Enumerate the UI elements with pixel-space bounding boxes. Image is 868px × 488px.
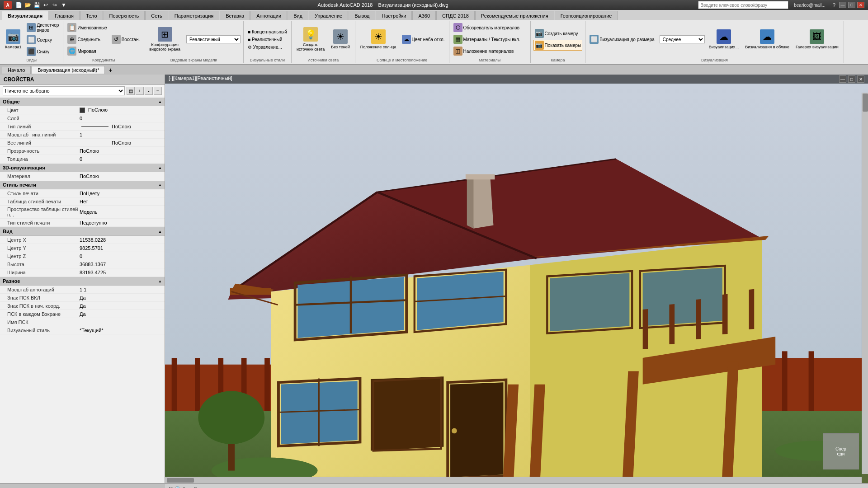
mat-texture-label: Материалы / Текстуры вкл. [463, 37, 520, 42]
tab-output[interactable]: Вывод [349, 11, 375, 20]
vp-maximize-btn[interactable]: □ [848, 75, 855, 83]
cmd-icon-1[interactable]: ✕ [169, 486, 173, 488]
bottom-label: Снизу [37, 49, 49, 54]
style-manage-btn[interactable]: ⚙ Управление... [246, 44, 288, 51]
avg-dropdown[interactable]: Среднее [660, 35, 705, 43]
save-btn[interactable]: 💾 [33, 1, 41, 9]
tab-add-btn[interactable]: + [106, 66, 115, 75]
section-3dviz[interactable]: 3D-визуализация ▲ [0, 164, 165, 172]
create-light-btn[interactable]: 💡 Создатьисточник света [294, 26, 327, 53]
render-cloud-btn2[interactable]: ☁ Визуализация в облаке [743, 28, 792, 51]
join-label: Соединить [77, 37, 100, 42]
gallery-btn[interactable]: 🖼 Галерея визуализации [793, 28, 841, 51]
config-view-btn[interactable]: ⊞ Конфигурациявидового экрана [147, 26, 183, 53]
restore-label: Восстан. [122, 37, 140, 42]
vp-close-btn[interactable]: ✕ [857, 75, 864, 83]
render-left: ⬜ Визуализация до размера [588, 34, 656, 45]
tab-start[interactable]: Начало [2, 66, 31, 74]
close-btn[interactable]: ✕ [857, 2, 864, 8]
prop-icon-3[interactable]: - [145, 87, 153, 95]
tab-manage[interactable]: Управление [309, 11, 348, 20]
tab-recommended[interactable]: Рекомендуемые приложения [475, 11, 554, 20]
new-btn[interactable]: 📄 [14, 1, 23, 9]
prop-uscicon-label: Знак ПСК ВКЛ [7, 295, 80, 300]
viewcube-label: Спереди [835, 446, 846, 456]
render-size-btn[interactable]: ⬜ Визуализация до размера [588, 34, 656, 45]
create-camera-btn[interactable]: 📷 Создать камеру [533, 28, 583, 39]
sun-position-btn[interactable]: ☀ Положение солнца [358, 28, 399, 51]
section-print[interactable]: Стиль печати ▲ [0, 181, 165, 189]
tab-visualization-doc[interactable]: Визуализация (исходный)* [32, 66, 105, 74]
no-shadow-btn[interactable]: ☀ Без теней [329, 28, 352, 51]
section-print-arrow: ▲ [158, 183, 162, 187]
prop-centery-value: 9825.5701 [80, 245, 162, 251]
ribbon-group-materials: ⬡ Обозреватель материалов ▦ Материалы / … [449, 21, 531, 63]
mat-col: ⬡ Обозреватель материалов ▦ Материалы / … [452, 22, 522, 56]
help-btn[interactable]: ? [833, 2, 835, 8]
mat-overlay-btn[interactable]: ◫ Наложение материалов [452, 46, 522, 56]
section-view[interactable]: Вид ▲ [0, 227, 165, 236]
restore-btn[interactable]: ↺ Восстан. [110, 34, 142, 45]
tab-geo[interactable]: Геопозиционирование [555, 11, 618, 20]
scrollbar-thumb-v[interactable] [863, 94, 868, 112]
viewcube[interactable]: Спереди [823, 433, 859, 469]
tab-home[interactable]: Главная [49, 11, 80, 20]
scrollbar-thumb-h[interactable] [167, 478, 194, 483]
join-btn[interactable]: ⊕ Соединить [66, 34, 108, 45]
tab-visualization[interactable]: Визуализация [2, 11, 48, 20]
named-btn[interactable]: 📋 Именованные [66, 22, 108, 33]
cmd-icon-3[interactable]: ▶ [184, 486, 188, 488]
tab-insert[interactable]: Вставка [220, 11, 250, 20]
viewport[interactable]: [-][Камера1][Реалистичный] — □ ✕ [165, 75, 868, 483]
mat-texture-btn[interactable]: ▦ Материалы / Текстуры вкл. [452, 34, 522, 45]
show-camera-btn[interactable]: 📷 Показать камеры [533, 40, 583, 51]
style-option-2[interactable]: ■ Реалистичный [246, 36, 288, 43]
undo-btn[interactable]: ↩ [42, 1, 50, 9]
minimize-btn[interactable]: — [839, 2, 846, 8]
section-general[interactable]: Общие ▲ [0, 98, 165, 106]
viewport-scrollbar-vertical[interactable] [862, 93, 868, 474]
tab-view[interactable]: Вид [288, 11, 308, 20]
tab-spds[interactable]: СПДС 2018 [436, 11, 475, 20]
vp-minimize-btn[interactable]: — [839, 75, 846, 83]
materials-top: ⬡ Обозреватель материалов ▦ Материалы / … [452, 22, 528, 57]
maximize-btn[interactable]: □ [848, 2, 855, 8]
top-view-btn[interactable]: ⬜ Сверху [25, 34, 60, 45]
prop-color: Цвет ПоСлою [0, 106, 165, 114]
customize-btn[interactable]: ▼ [60, 1, 68, 9]
section-misc[interactable]: Разное ▲ [0, 277, 165, 286]
world-btn[interactable]: 🌐 Мировая [66, 46, 108, 56]
cmd-icon-2[interactable]: 🔍 [175, 486, 182, 488]
render-cloud-btn[interactable]: ☁ Визуализация... [707, 28, 741, 51]
tab-solid[interactable]: Тело [80, 11, 103, 20]
viewport-scrollbar-horizontal[interactable] [165, 477, 862, 483]
tab-surface[interactable]: Поверхность [104, 11, 145, 20]
realistic-dropdown[interactable]: Реалистичный [186, 35, 241, 43]
coords-col2: ↺ Восстан. [110, 34, 142, 45]
object-selector[interactable]: Ничего не выбрано [3, 86, 125, 95]
prop-lineweight-label: Вес линий [7, 140, 80, 145]
command-input[interactable] [191, 486, 864, 488]
tab-settings[interactable]: Настройки [376, 11, 412, 20]
create-light-icon: 💡 [303, 27, 318, 42]
prop-icon-1[interactable]: ▤ [127, 87, 135, 95]
prop-height-label: Высота [7, 262, 80, 267]
command-line-area: ✕ 🔍 ▶ [165, 483, 868, 488]
tab-annotate[interactable]: Аннотации [250, 11, 287, 20]
tab-parametric[interactable]: Параметризация [169, 11, 219, 20]
style-option-1[interactable]: ■ Концептуальный [246, 28, 288, 35]
mat-browser-btn[interactable]: ⬡ Обозреватель материалов [452, 22, 522, 33]
dispatcher-btn[interactable]: ⊞ Диспетчервидов [25, 22, 60, 33]
svg-marker-34 [467, 175, 474, 228]
view-camera-btn[interactable]: 📷 Камера1 [3, 28, 24, 51]
prop-linetype-label: Тип линий [7, 124, 80, 129]
tab-a360[interactable]: A360 [412, 11, 436, 20]
sky-off-btn[interactable]: ☁ Цвет неба откл. [401, 34, 446, 45]
prop-icon-2[interactable]: + [136, 87, 144, 95]
open-btn[interactable]: 📂 [24, 1, 32, 9]
prop-icon-4[interactable]: ≡ [154, 87, 162, 95]
bottom-view-btn[interactable]: ⬛ Снизу [25, 46, 60, 57]
tab-mesh[interactable]: Сеть [145, 11, 168, 20]
redo-btn[interactable]: ↪ [51, 1, 59, 9]
search-input[interactable] [698, 1, 788, 9]
